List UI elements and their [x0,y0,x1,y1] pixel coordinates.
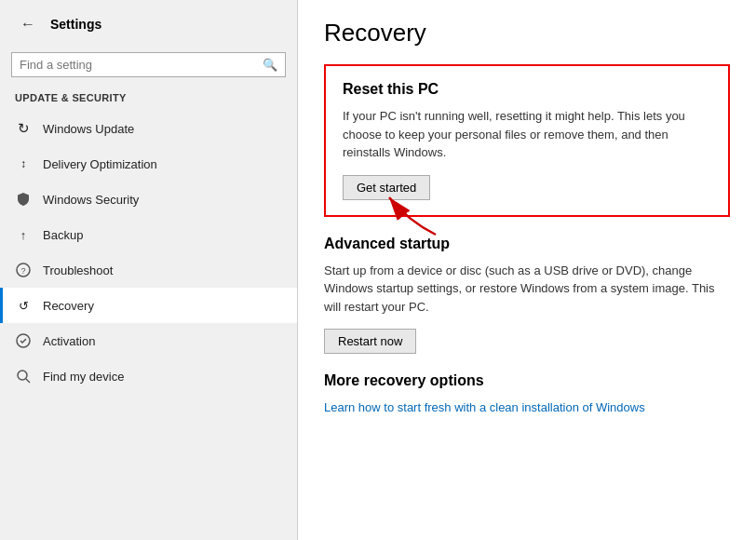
sidebar-item-activation[interactable]: Activation [0,323,297,358]
sidebar-item-label: Troubleshoot [43,263,113,277]
restart-now-button[interactable]: Restart now [324,329,416,354]
sidebar-item-label: Activation [43,334,95,348]
sidebar: ← Settings 🔍 Update & Security ↻ Windows… [0,0,298,540]
activation-icon [15,332,32,349]
sidebar-item-label: Recovery [43,299,94,313]
clean-install-link[interactable]: Learn how to start fresh with a clean in… [324,400,645,414]
sidebar-item-windows-update[interactable]: ↻ Windows Update [0,111,297,146]
svg-text:?: ? [20,266,25,276]
sidebar-item-windows-security[interactable]: Windows Security [0,182,297,217]
windows-security-icon [15,191,32,208]
troubleshoot-icon: ? [15,262,32,278]
section-label: Update & Security [0,87,297,111]
advanced-startup-description: Start up from a device or disc (such as … [324,262,730,317]
sidebar-item-troubleshoot[interactable]: ? Troubleshoot [0,252,297,288]
main-content: Recovery Reset this PC If your PC isn't … [298,0,756,540]
search-box[interactable]: 🔍 [11,52,286,77]
find-my-device-icon [15,368,32,385]
back-button[interactable]: ← [15,11,41,37]
get-started-button[interactable]: Get started [343,175,430,200]
sidebar-item-label: Delivery Optimization [43,157,157,171]
advanced-startup-section: Advanced startup Start up from a device … [324,236,730,355]
sidebar-title: Settings [50,17,101,32]
reset-description: If your PC isn't running well, resetting… [343,107,711,162]
sidebar-item-delivery-optimization[interactable]: ↕ Delivery Optimization [0,146,297,182]
windows-update-icon: ↻ [15,120,32,137]
more-recovery-section: More recovery options Learn how to start… [324,372,730,415]
delivery-optimization-icon: ↕ [15,155,32,172]
sidebar-item-label: Backup [43,228,83,242]
svg-point-3 [18,371,27,380]
backup-icon: ↑ [15,226,32,243]
reset-heading: Reset this PC [343,81,711,98]
sidebar-header: ← Settings [0,0,297,48]
sidebar-item-recovery[interactable]: ↺ Recovery [0,288,297,323]
sidebar-item-label: Windows Update [43,122,134,136]
recovery-icon: ↺ [15,297,32,314]
sidebar-item-backup[interactable]: ↑ Backup [0,217,297,252]
advanced-startup-heading: Advanced startup [324,236,730,252]
svg-line-4 [26,379,30,383]
back-icon: ← [20,16,35,33]
sidebar-item-find-my-device[interactable]: Find my device [0,358,297,394]
search-icon: 🔍 [263,58,277,72]
sidebar-item-label: Windows Security [43,193,139,207]
more-recovery-heading: More recovery options [324,372,730,389]
search-input[interactable] [20,58,257,72]
get-started-area: Get started [343,175,430,200]
sidebar-item-label: Find my device [43,370,124,384]
reset-pc-section: Reset this PC If your PC isn't running w… [324,64,730,217]
page-title: Recovery [324,19,730,47]
